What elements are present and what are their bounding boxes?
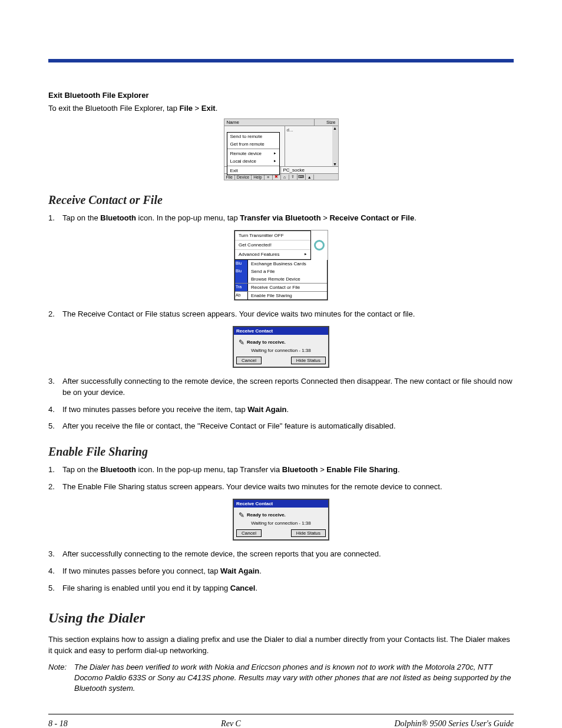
- list-item: 2.The Receive Contact or File status scr…: [48, 309, 514, 320]
- column-headers: Name Size: [224, 119, 338, 126]
- menu-exchange-cards[interactable]: Exchange Business Cards: [248, 260, 327, 268]
- bt-logo: [311, 230, 328, 260]
- text: >: [193, 104, 201, 113]
- cancel-button[interactable]: Cancel: [236, 357, 262, 364]
- list-item: 5.After you receive the file or contact,…: [48, 421, 514, 432]
- scroll-up-icon[interactable]: ▲: [333, 126, 337, 130]
- enable-heading: Enable File Sharing: [48, 445, 514, 459]
- col-size: Size: [315, 119, 338, 126]
- exit-label: Exit: [201, 104, 216, 113]
- note-text: The Dialer has been verified to work wit…: [74, 662, 514, 694]
- receive-heading: Receive Contact or File: [48, 193, 514, 207]
- tb-up-icon[interactable]: ▲: [306, 174, 314, 180]
- doc-title: Dolphin® 9500 Series User's Guide: [394, 719, 514, 728]
- page: Exit Bluetooth File Explorer To exit the…: [0, 0, 562, 728]
- dialog-title: Receive Contact: [234, 500, 328, 508]
- context-menu: Send to remote Get from remote Remote de…: [227, 132, 280, 175]
- figure-bt-menu: Turn Transmitter OFF Get Connected! Adva…: [48, 230, 514, 301]
- figure-receive-dialog-1: Receive Contact ✎Ready to receive. Waiti…: [48, 326, 514, 368]
- file-label: File: [180, 104, 193, 113]
- text: To exit the Bluetooth File Explorer, tap: [48, 104, 180, 113]
- enable-steps: 1. Tap on the Bluetooth icon. In the pop…: [48, 465, 514, 493]
- exit-bt-heading: Exit Bluetooth File Explorer: [48, 91, 514, 100]
- receive-steps-cont: 2.The Receive Contact or File status scr…: [48, 309, 514, 320]
- hide-status-button[interactable]: Hide Status: [291, 357, 326, 364]
- scrollbar[interactable]: ▲▼: [332, 126, 338, 166]
- screenshot-file-explorer: Name Size d... Send to remote Get from r…: [224, 118, 339, 180]
- menu-enable-sharing[interactable]: Enable File Sharing: [248, 292, 327, 299]
- dialer-heading: Using the Dialer: [48, 610, 514, 626]
- revision: Rev C: [221, 719, 241, 728]
- text: .: [216, 104, 218, 113]
- receive-steps-cont2: 3.After successfully connecting to the r…: [48, 376, 514, 432]
- menu-receive-contact[interactable]: Receive Contact or File: [248, 284, 327, 291]
- status-right: PC_socke: [281, 167, 338, 173]
- menu-exit[interactable]: Exit: [227, 167, 279, 174]
- exit-bt-para: To exit the Bluetooth File Explorer, tap…: [48, 103, 514, 114]
- list-item: 3.After successfully connecting to the r…: [48, 376, 514, 398]
- list-item: 1. Tap on the Bluetooth icon. In the pop…: [48, 465, 514, 476]
- menu-local-device[interactable]: Local device: [227, 157, 279, 165]
- separator: [227, 149, 279, 149]
- cancel-button[interactable]: Cancel: [236, 529, 262, 537]
- menu-browse-remote[interactable]: Browse Remote Device: [248, 275, 327, 283]
- circle-icon: [314, 240, 325, 251]
- menu-get-connected[interactable]: Get Connected!: [235, 241, 310, 250]
- list-item: 1. Tap on the Bluetooth icon. In the pop…: [48, 213, 514, 224]
- page-number: 8 - 18: [48, 719, 68, 728]
- menu-send-file[interactable]: Send a File: [248, 268, 327, 275]
- receive-steps: 1. Tap on the Bluetooth icon. In the pop…: [48, 213, 514, 224]
- list-item: 4.If two minutes passes before you conne…: [48, 566, 514, 577]
- dialer-para: This section explains how to assign a di…: [48, 634, 514, 655]
- ready-text: Ready to receive.: [247, 340, 286, 345]
- separator: [227, 166, 279, 166]
- top-rule: [48, 59, 514, 62]
- menu-turn-off[interactable]: Turn Transmitter OFF: [235, 231, 310, 241]
- figure-receive-dialog-2: Receive Contact ✎Ready to receive. Waiti…: [48, 499, 514, 541]
- screenshot-receive-dialog: Receive Contact ✎Ready to receive. Waiti…: [233, 499, 329, 541]
- menu-advanced[interactable]: Advanced Features: [235, 250, 310, 259]
- screenshot-receive-dialog: Receive Contact ✎Ready to receive. Waiti…: [233, 326, 329, 368]
- note: Note: The Dialer has been verified to wo…: [48, 662, 514, 694]
- tb-icon[interactable]: ⌂: [281, 174, 289, 180]
- transfer-icon: ✎: [236, 511, 247, 519]
- menu-send-to-remote[interactable]: Send to remote: [227, 133, 279, 140]
- figure-file-explorer: Name Size d... Send to remote Get from r…: [48, 118, 514, 180]
- note-label: Note:: [48, 662, 74, 694]
- scroll-down-icon[interactable]: ▼: [333, 162, 337, 166]
- col-name: Name: [224, 119, 315, 126]
- bt-submenu: BluExchange Business Cards BluSend a Fil…: [234, 260, 328, 300]
- step-text: Tap on the Bluetooth icon. In the pop-up…: [62, 213, 514, 224]
- page-footer: 8 - 18 Rev C Dolphin® 9500 Series User's…: [48, 714, 514, 728]
- hide-status-button[interactable]: Hide Status: [291, 529, 326, 537]
- transfer-icon: ✎: [236, 338, 247, 347]
- list-item: 4.If two minutes passes before you recei…: [48, 404, 514, 416]
- waiting-text: Waiting for connection - 1:38: [236, 521, 326, 526]
- tb-keyboard-icon[interactable]: ⌨: [297, 174, 306, 180]
- tb-icon[interactable]: ⇧: [289, 174, 297, 180]
- list-item: 2.The Enable File Sharing status screen …: [48, 482, 514, 493]
- waiting-text: Waiting for connection - 1:38: [236, 348, 326, 353]
- menu-get-from-remote[interactable]: Get from remote: [227, 140, 279, 148]
- ready-text: Ready to receive.: [247, 512, 286, 518]
- right-pane: d...: [285, 126, 332, 166]
- menu-remote-device[interactable]: Remote device: [227, 150, 279, 157]
- enable-steps-cont: 3.After successfully connecting to the r…: [48, 549, 514, 594]
- list-item: 5.File sharing is enabled until you end …: [48, 583, 514, 594]
- list-item: 3.After successfully connecting to the r…: [48, 549, 514, 560]
- dialog-title: Receive Contact: [234, 327, 328, 335]
- bt-main-menu: Turn Transmitter OFF Get Connected! Adva…: [234, 230, 311, 260]
- screenshot-bt-menu: Turn Transmitter OFF Get Connected! Adva…: [234, 230, 328, 301]
- step-num: 1.: [48, 213, 62, 224]
